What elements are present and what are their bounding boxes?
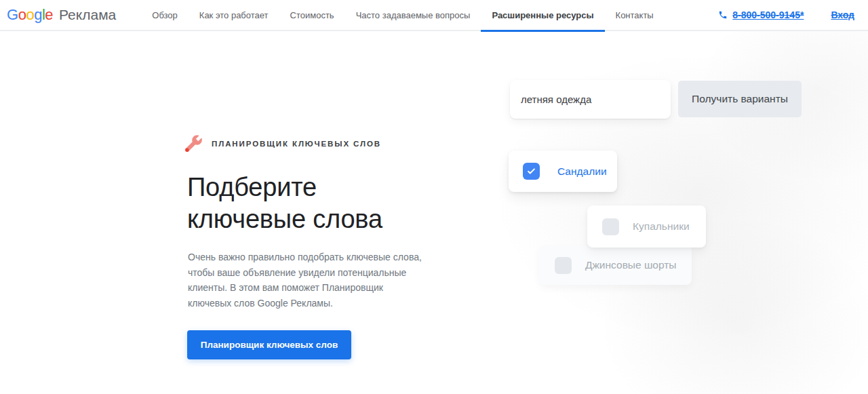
phone-number: 8-800-500-9145*: [732, 9, 804, 20]
suggestion-label: Джинсовые шорты: [585, 259, 677, 271]
suggestion-card-sandals[interactable]: Сандалии: [509, 151, 617, 192]
wrench-icon: [184, 134, 203, 153]
product-name: Реклама: [59, 7, 116, 23]
title-line-1: Подберите: [187, 173, 317, 201]
google-wordmark: Google: [7, 6, 53, 24]
keyword-search-input[interactable]: [510, 80, 671, 119]
main-nav: Обзор Как это работает Стоимость Часто з…: [141, 0, 664, 31]
keyword-planner-button[interactable]: Планировщик ключевых слов: [187, 330, 351, 359]
checkbox-checked-icon[interactable]: [523, 163, 540, 180]
top-navigation-bar: Google Реклама Обзор Как это работает Ст…: [0, 0, 868, 31]
nav-item-overview[interactable]: Обзор: [141, 0, 189, 31]
title-line-2: ключевые слова: [187, 205, 382, 233]
nav-item-pricing[interactable]: Стоимость: [279, 0, 345, 31]
nav-item-advanced-resources[interactable]: Расширенные ресурсы: [481, 0, 604, 31]
checkbox-unchecked-icon[interactable]: [602, 218, 619, 235]
checkbox-unchecked-icon[interactable]: [555, 257, 572, 274]
section-eyebrow: ПЛАНИРОВЩИК КЛЮЧЕВЫХ СЛОВ: [212, 140, 381, 148]
nav-item-contacts[interactable]: Контакты: [605, 0, 665, 31]
get-ideas-button[interactable]: Получить варианты: [678, 81, 802, 117]
eyebrow-row: ПЛАНИРОВЩИК КЛЮЧЕВЫХ СЛОВ: [184, 134, 381, 153]
suggestion-card-swimwear[interactable]: Купальники: [587, 205, 706, 248]
page-title: Подберите ключевые слова: [187, 172, 382, 235]
header-right: 8-800-500-9145* Вход: [718, 9, 868, 20]
login-link[interactable]: Вход: [831, 9, 854, 20]
page: Google Реклама Обзор Как это работает Ст…: [0, 0, 868, 394]
phone-icon: [718, 10, 728, 20]
hero-description: Очень важно правильно подобрать ключевые…: [188, 250, 428, 311]
google-ads-logo[interactable]: Google Реклама: [7, 6, 116, 24]
phone-link[interactable]: 8-800-500-9145*: [718, 9, 804, 20]
suggestion-label: Сандалии: [557, 165, 607, 178]
suggestion-card-denim-shorts[interactable]: Джинсовые шорты: [539, 245, 692, 285]
nav-item-faq[interactable]: Часто задаваемые вопросы: [345, 0, 481, 31]
nav-item-how-it-works[interactable]: Как это работает: [189, 0, 279, 31]
suggestion-label: Купальники: [633, 220, 690, 233]
